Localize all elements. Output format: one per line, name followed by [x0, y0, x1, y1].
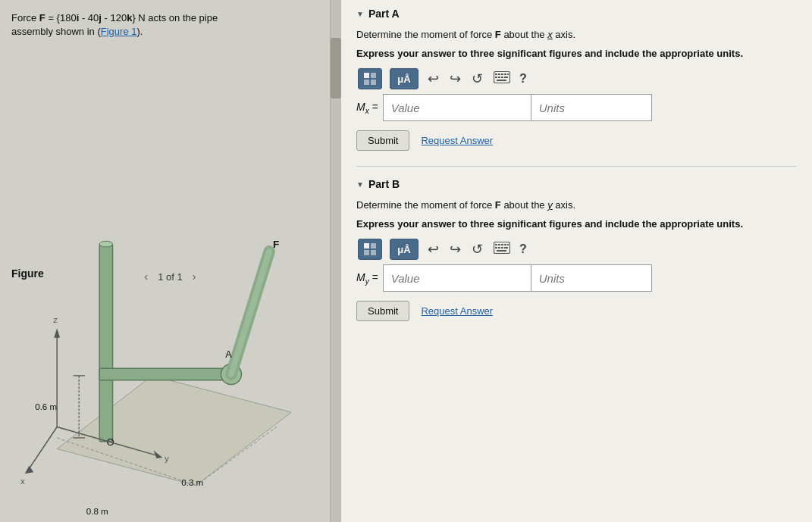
- svg-rect-47: [364, 250, 369, 255]
- part-b-redo-button[interactable]: ↪: [448, 241, 462, 258]
- svg-text:z: z: [53, 315, 58, 324]
- svg-text:0.8 m: 0.8 m: [86, 507, 108, 516]
- svg-rect-45: [364, 243, 369, 248]
- svg-rect-56: [498, 247, 500, 248]
- svg-rect-3: [99, 244, 112, 442]
- part-a-header[interactable]: ▼ Part A: [356, 8, 797, 20]
- svg-rect-38: [504, 73, 506, 75]
- part-a-desc2: Express your answer to three significant…: [356, 46, 797, 61]
- svg-text:A: A: [225, 349, 232, 360]
- part-b-request-button[interactable]: Request Answer: [421, 305, 493, 317]
- part-b-arrow: ▼: [356, 180, 364, 189]
- part-a-submit-button[interactable]: Submit: [356, 130, 409, 151]
- part-b-help-icon[interactable]: ?: [519, 242, 527, 256]
- svg-rect-31: [371, 73, 376, 78]
- part-a-desc1: Determine the moment of force F about th…: [356, 27, 797, 42]
- svg-rect-44: [497, 80, 506, 81]
- part-b-desc2: Express your answer to three significant…: [356, 217, 797, 232]
- svg-rect-54: [507, 244, 509, 245]
- svg-text:0.6 m: 0.6 m: [35, 402, 57, 411]
- part-a-redo-button[interactable]: ↪: [448, 70, 462, 87]
- nav-next-button[interactable]: ›: [189, 269, 200, 284]
- part-b-value-input[interactable]: [383, 264, 531, 292]
- part-b-mu-button[interactable]: μÅ: [390, 239, 419, 260]
- part-a-grid-icon[interactable]: [358, 68, 382, 89]
- svg-rect-53: [504, 244, 506, 245]
- nav-page-indicator: 1 of 1: [158, 271, 183, 283]
- part-b-section: ▼ Part B Determine the moment of force F…: [356, 178, 797, 321]
- svg-rect-51: [498, 244, 500, 245]
- part-b-undo-button[interactable]: ↩: [426, 241, 440, 258]
- scrollbar-thumb[interactable]: [331, 38, 341, 98]
- pipe-figure-svg: F A O z x y 0.6 m 0.3 m: [8, 98, 326, 522]
- figure-area: F A O z x y 0.6 m 0.3 m: [0, 68, 340, 522]
- scrollbar-track[interactable]: [330, 0, 340, 522]
- svg-rect-41: [498, 77, 500, 78]
- part-a-toolbar: μÅ ↩ ↪ ↺: [356, 68, 797, 89]
- svg-text:F: F: [273, 239, 279, 250]
- svg-rect-32: [364, 80, 369, 85]
- svg-rect-58: [504, 247, 508, 248]
- part-a-mu-button[interactable]: μÅ: [390, 68, 419, 89]
- left-panel: Force F = {180i - 40j - 120k} N acts on …: [0, 0, 341, 522]
- part-b-submit-button[interactable]: Submit: [356, 301, 409, 321]
- part-b-header[interactable]: ▼ Part B: [356, 178, 797, 190]
- nav-prev-button[interactable]: ‹: [141, 269, 152, 284]
- svg-rect-57: [501, 247, 503, 248]
- part-b-action-row: Submit Request Answer: [356, 301, 797, 321]
- svg-rect-39: [507, 73, 509, 75]
- svg-rect-40: [495, 77, 497, 78]
- part-a-title: Part A: [368, 8, 400, 20]
- part-a-keyboard-button[interactable]: [492, 71, 512, 87]
- svg-rect-36: [498, 73, 500, 75]
- svg-rect-42: [501, 77, 503, 78]
- svg-rect-30: [364, 73, 369, 78]
- nav-bar: ‹ 1 of 1 ›: [141, 269, 200, 284]
- part-b-toolbar: μÅ ↩ ↪ ↺: [356, 239, 797, 260]
- right-panel: ▼ Part A Determine the moment of force F…: [341, 0, 812, 522]
- svg-rect-37: [501, 73, 503, 75]
- part-b-units-input[interactable]: [531, 264, 652, 292]
- section-divider: [356, 166, 797, 167]
- svg-rect-35: [495, 73, 497, 75]
- part-a-value-input[interactable]: [383, 94, 531, 121]
- problem-text-line2: assembly shown in (Figure 1).: [11, 26, 143, 37]
- svg-rect-59: [497, 250, 506, 252]
- part-b-desc1: Determine the moment of force F about th…: [356, 198, 797, 213]
- svg-text:x: x: [20, 477, 25, 486]
- part-b-grid-icon[interactable]: [358, 239, 382, 260]
- svg-rect-43: [504, 77, 508, 78]
- part-a-action-row: Submit Request Answer: [356, 130, 797, 151]
- part-b-input-label: My =: [356, 271, 378, 286]
- part-a-arrow: ▼: [356, 10, 364, 18]
- part-b-refresh-button[interactable]: ↺: [470, 241, 484, 258]
- part-a-refresh-button[interactable]: ↺: [470, 70, 484, 87]
- svg-rect-33: [371, 80, 376, 85]
- part-a-request-button[interactable]: Request Answer: [421, 135, 493, 146]
- problem-text-line1: Force F = {180i - 40j - 120k} N acts on …: [11, 12, 218, 23]
- part-a-units-input[interactable]: [531, 94, 652, 121]
- svg-point-4: [99, 241, 112, 247]
- part-a-input-label: Mx =: [356, 101, 378, 115]
- svg-rect-48: [371, 250, 376, 255]
- svg-text:y: y: [165, 454, 169, 463]
- svg-rect-46: [371, 243, 376, 248]
- part-a-help-icon[interactable]: ?: [519, 72, 527, 86]
- problem-statement: Force F = {180i - 40j - 120k} N acts on …: [11, 11, 329, 39]
- figure-label: Figure: [11, 267, 44, 280]
- svg-rect-50: [495, 244, 497, 245]
- svg-text:0.3 m: 0.3 m: [181, 478, 203, 487]
- part-a-mu-label: μÅ: [397, 73, 410, 85]
- part-b-mu-label: μÅ: [397, 244, 410, 255]
- svg-rect-55: [495, 247, 497, 248]
- part-a-section: ▼ Part A Determine the moment of force F…: [356, 8, 797, 151]
- part-a-input-row: Mx =: [356, 94, 797, 121]
- part-b-keyboard-button[interactable]: [492, 242, 512, 258]
- part-a-undo-button[interactable]: ↩: [426, 70, 440, 87]
- svg-rect-52: [501, 244, 503, 245]
- part-b-input-row: My =: [356, 264, 797, 292]
- svg-rect-5: [99, 368, 231, 380]
- part-b-title: Part B: [368, 178, 400, 190]
